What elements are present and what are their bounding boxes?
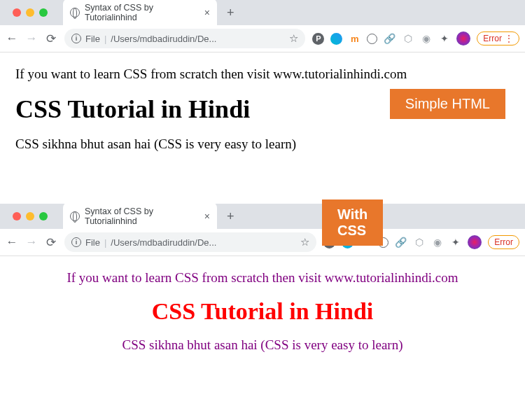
forward-button[interactable]: → — [25, 235, 38, 249]
extensions-icon[interactable]: ✦ — [449, 237, 461, 248]
address-bar[interactable]: i File | /Users/mdbadiruddin/De... ☆ — [64, 29, 305, 48]
intro-text: If you want to learn CSS from scratch th… — [15, 270, 510, 286]
new-tab-button[interactable]: + — [227, 6, 234, 20]
metamask-icon[interactable]: m — [349, 33, 360, 45]
momentum-icon[interactable] — [330, 33, 342, 45]
url-path: /Users/mdbadiruddin/De... — [111, 237, 216, 248]
extension-icons: P m 🔗 ⬡ ◉ ✦ Error ⋮ — [312, 31, 519, 46]
close-window-icon[interactable] — [13, 212, 21, 220]
extensions-icon[interactable]: ✦ — [438, 33, 450, 45]
browser-window-2: Syntax of CSS by Tutorialinhind × + ← → … — [0, 204, 525, 256]
error-label: Error — [483, 34, 502, 43]
with-css-badge: With CSS — [322, 200, 383, 246]
back-button[interactable]: ← — [6, 235, 18, 249]
browser-tab[interactable]: Syntax of CSS by Tutorialinhind × — [63, 0, 217, 27]
link-icon[interactable]: 🔗 — [395, 237, 407, 248]
url-divider: | — [104, 237, 106, 248]
new-tab-button[interactable]: + — [227, 209, 234, 224]
window-controls — [6, 8, 55, 17]
sub-text: CSS sikhna bhut asan hai (CSS is very ea… — [15, 136, 510, 152]
browser-panel-2: With CSS Syntax of CSS by Tutorialinhind… — [0, 204, 525, 379]
error-label: Error — [494, 237, 513, 247]
close-tab-icon[interactable]: × — [204, 211, 210, 222]
maximize-window-icon[interactable] — [39, 8, 48, 17]
intro-text: If you want to learn CSS from scratch th… — [15, 66, 510, 82]
camera-icon[interactable]: ◉ — [431, 237, 443, 248]
close-window-icon[interactable] — [13, 8, 21, 17]
tab-bar: Syntax of CSS by Tutorialinhind × + — [0, 0, 525, 25]
url-scheme: File — [85, 34, 100, 44]
menu-dots-icon: ⋮ — [505, 34, 513, 43]
sub-text: CSS sikhna bhut asan hai (CSS is very ea… — [15, 337, 510, 353]
profile-avatar[interactable] — [456, 31, 470, 46]
shield-icon[interactable]: ⬡ — [413, 237, 425, 248]
forward-button[interactable]: → — [25, 31, 38, 46]
toolbar: ← → ⟳ i File | /Users/mdbadiruddin/De...… — [0, 25, 525, 52]
clock-icon[interactable] — [367, 34, 377, 44]
minimize-window-icon[interactable] — [26, 8, 34, 17]
maximize-window-icon[interactable] — [39, 212, 48, 220]
globe-icon — [70, 211, 80, 221]
close-tab-icon[interactable]: × — [204, 7, 210, 18]
profile-avatar[interactable] — [468, 235, 482, 249]
shield-icon[interactable]: ⬡ — [402, 33, 414, 45]
page-heading: CSS Tutorial in Hindi — [15, 298, 510, 325]
browser-tab[interactable]: Syntax of CSS by Tutorialinhind × — [63, 202, 217, 230]
back-button[interactable]: ← — [6, 31, 18, 46]
camera-icon[interactable]: ◉ — [420, 33, 432, 45]
link-icon[interactable]: 🔗 — [384, 33, 396, 45]
error-badge[interactable]: Error — [488, 235, 519, 249]
info-icon: i — [71, 34, 81, 43]
reload-button[interactable]: ⟳ — [45, 235, 57, 250]
page-content-1: Simple HTML If you want to learn CSS fro… — [0, 52, 525, 178]
bookmark-star-icon[interactable]: ☆ — [289, 32, 298, 45]
badge-label: Simple HTML — [405, 96, 490, 111]
bookmark-star-icon[interactable]: ☆ — [300, 236, 309, 248]
reload-button[interactable]: ⟳ — [45, 31, 57, 46]
window-controls — [6, 212, 55, 220]
tab-title: Syntax of CSS by Tutorialinhind — [85, 206, 197, 226]
pinterest-icon[interactable]: P — [312, 33, 324, 45]
url-divider: | — [104, 34, 106, 44]
url-path: /Users/mdbadiruddin/De... — [111, 34, 216, 44]
error-badge[interactable]: Error ⋮ — [477, 31, 519, 46]
tab-bar: Syntax of CSS by Tutorialinhind × + — [0, 204, 525, 229]
info-icon: i — [71, 237, 81, 247]
address-bar[interactable]: i File | /Users/mdbadiruddin/De... ☆ — [64, 232, 316, 252]
tab-title: Syntax of CSS by Tutorialinhind — [85, 3, 197, 22]
simple-html-badge: Simple HTML — [390, 89, 505, 119]
minimize-window-icon[interactable] — [26, 212, 34, 220]
browser-window-1: Syntax of CSS by Tutorialinhind × + ← → … — [0, 0, 525, 52]
globe-icon — [70, 8, 80, 18]
badge-label: With CSS — [337, 206, 368, 238]
page-content-2: If you want to learn CSS from scratch th… — [0, 256, 525, 379]
url-scheme: File — [85, 237, 100, 248]
toolbar: ← → ⟳ i File | /Users/mdbadiruddin/De...… — [0, 229, 525, 255]
